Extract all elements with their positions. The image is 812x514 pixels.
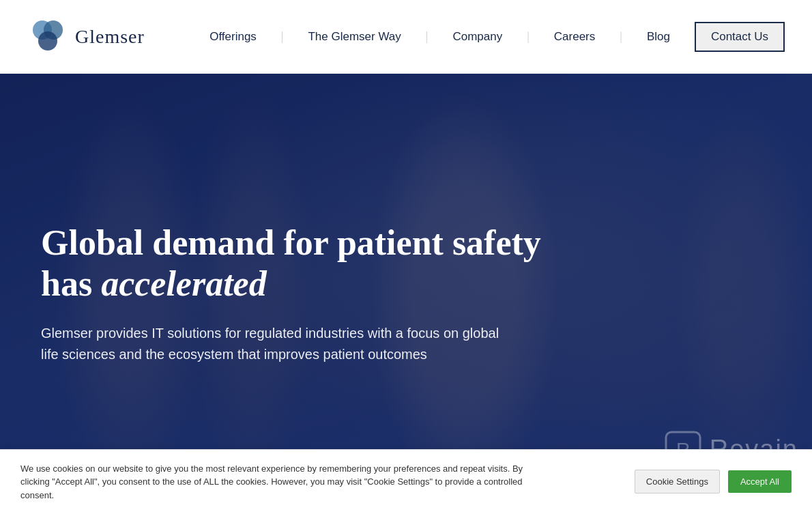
contact-us-button[interactable]: Contact Us bbox=[695, 22, 785, 52]
logo[interactable]: Glemser bbox=[27, 18, 145, 55]
nav-divider-3: | bbox=[527, 29, 530, 44]
svg-point-2 bbox=[38, 31, 57, 51]
header: Glemser Offerings | The Glemser Way | Co… bbox=[0, 0, 812, 74]
logo-icon bbox=[27, 18, 68, 55]
hero-section: Global demand for patient safety has acc… bbox=[0, 74, 812, 514]
logo-text: Glemser bbox=[75, 26, 145, 48]
cookie-banner: We use cookies on our website to give yo… bbox=[0, 449, 812, 515]
cookie-buttons: Cookie Settings Accept All bbox=[635, 470, 792, 494]
nav-company[interactable]: Company bbox=[452, 30, 502, 44]
cookie-message: We use cookies on our website to give yo… bbox=[20, 462, 539, 502]
cookie-settings-button[interactable]: Cookie Settings bbox=[635, 470, 720, 494]
nav-glemser-way[interactable]: The Glemser Way bbox=[308, 30, 401, 44]
nav-divider-1: | bbox=[281, 29, 284, 44]
hero-title: Global demand for patient safety has acc… bbox=[41, 223, 573, 304]
main-nav: Offerings | The Glemser Way | Company | … bbox=[209, 22, 785, 52]
nav-divider-4: | bbox=[620, 29, 622, 44]
nav-divider-2: | bbox=[426, 29, 429, 44]
nav-offerings[interactable]: Offerings bbox=[209, 30, 257, 44]
nav-careers[interactable]: Careers bbox=[554, 30, 595, 44]
hero-subtitle: Glemser provides IT solutions for regula… bbox=[41, 323, 505, 365]
nav-blog[interactable]: Blog bbox=[647, 30, 670, 44]
hero-title-italic: accelerated bbox=[101, 264, 267, 303]
accept-all-button[interactable]: Accept All bbox=[728, 470, 792, 493]
